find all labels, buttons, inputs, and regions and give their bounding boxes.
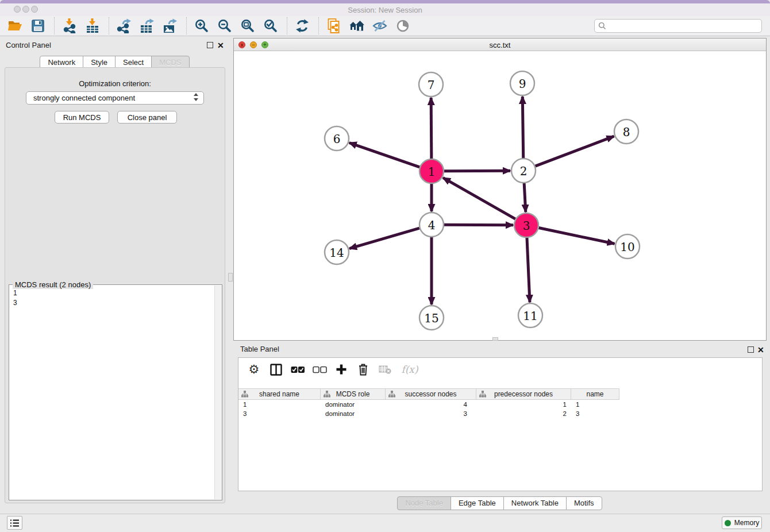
table-panel-tabs: Node TableEdge TableNetwork TableMotifs — [233, 496, 767, 510]
close-panel-button[interactable]: Close panel — [117, 111, 177, 124]
tab-edge-table[interactable]: Edge Table — [451, 496, 504, 510]
mcds-panel: Optimization criterion: strongly connect… — [5, 67, 225, 503]
add-column-icon[interactable] — [334, 362, 349, 377]
zoom-fit-icon[interactable] — [238, 17, 257, 34]
import-table-icon[interactable] — [83, 17, 102, 34]
run-mcds-button[interactable]: Run MCDS — [55, 111, 109, 124]
select-all-columns-icon[interactable] — [290, 362, 305, 377]
search-input[interactable] — [609, 22, 758, 30]
export-image-icon[interactable] — [161, 17, 179, 34]
table-row[interactable]: 1dominator411 — [238, 400, 762, 409]
column-header-shared-name[interactable]: shared name — [238, 389, 321, 400]
delete-table-icon — [378, 362, 392, 377]
control-panel-float-button[interactable] — [207, 42, 213, 48]
table-panel-float-button[interactable] — [748, 346, 754, 353]
graph-node-4[interactable]: 4 — [419, 213, 444, 237]
table-panel-title: Table Panel — [240, 345, 279, 353]
node-label: 14 — [329, 246, 344, 260]
settings-gear-icon[interactable]: ⚙ — [247, 362, 261, 377]
control-panel-title: Control Panel — [6, 41, 51, 49]
column-header-label: shared name — [259, 390, 299, 398]
search-field[interactable] — [594, 19, 762, 33]
graph-node-7[interactable]: 7 — [419, 72, 443, 97]
table-row[interactable]: 3dominator323 — [238, 409, 762, 418]
column-type-icon — [324, 391, 330, 398]
network-graph-canvas[interactable]: 1234678910111415 — [234, 51, 766, 340]
table-cell: 3 — [571, 409, 619, 418]
import-network-icon[interactable] — [60, 17, 79, 34]
graph-node-14[interactable]: 14 — [325, 240, 349, 264]
network-vertical-scroll-grip[interactable] — [228, 273, 233, 282]
column-type-icon — [241, 391, 248, 398]
node-label: 11 — [523, 309, 537, 323]
edge-3-11[interactable] — [527, 238, 530, 302]
edge-1-2[interactable] — [444, 171, 510, 171]
network-window-titlebar[interactable]: x − + scc.txt — [234, 38, 766, 51]
zoom-out-icon[interactable] — [215, 17, 234, 34]
tab-motifs[interactable]: Motifs — [566, 496, 602, 510]
edge-2-9[interactable] — [522, 97, 523, 158]
graph-node-11[interactable]: 11 — [518, 303, 542, 327]
node-label: 9 — [519, 77, 526, 91]
network-document-icon[interactable] — [325, 17, 343, 34]
network-horizontal-scroll-grip[interactable] — [492, 337, 498, 341]
edge-1-7[interactable] — [431, 98, 432, 159]
toolbar-separator — [54, 17, 55, 34]
table-cell: dominator — [321, 400, 386, 409]
deselect-all-columns-icon[interactable] — [312, 362, 327, 377]
edge-2-8[interactable] — [536, 136, 614, 166]
save-icon[interactable] — [29, 17, 47, 34]
graph-node-1[interactable]: 1 — [419, 159, 444, 183]
delete-column-icon[interactable] — [356, 362, 371, 377]
titlebar: Session: New Session — [0, 3, 770, 16]
graph-node-8[interactable]: 8 — [614, 119, 638, 144]
column-type-icon — [388, 391, 395, 398]
graph-node-9[interactable]: 9 — [510, 71, 534, 95]
edge-3-1[interactable] — [443, 178, 515, 219]
column-header-label: MCDS role — [336, 390, 370, 398]
graph-node-2[interactable]: 2 — [511, 159, 536, 183]
column-header-label: successor nodes — [405, 390, 456, 398]
export-network-icon[interactable] — [115, 17, 133, 34]
column-header-name[interactable]: name — [571, 389, 619, 400]
node-label: 4 — [428, 218, 436, 232]
tab-network-table[interactable]: Network Table — [503, 496, 567, 510]
visibility-off-icon[interactable] — [371, 17, 389, 34]
column-header-predecessor-nodes[interactable]: predecessor nodes — [476, 389, 571, 400]
memory-button[interactable]: Memory — [722, 516, 762, 529]
graph-node-15[interactable]: 15 — [419, 306, 444, 330]
edge-4-14[interactable] — [349, 228, 419, 248]
graph-node-6[interactable]: 6 — [325, 126, 349, 151]
refresh-layout-icon[interactable] — [293, 17, 311, 34]
table-panel-close-button[interactable]: ✕ — [757, 346, 764, 353]
column-header-successor-nodes[interactable]: successor nodes — [386, 389, 476, 400]
node-label: 6 — [333, 132, 341, 146]
edge-2-3[interactable] — [524, 183, 526, 212]
table-cell: 3 — [386, 409, 476, 418]
edge-1-6[interactable] — [349, 143, 419, 167]
edge-3-10[interactable] — [539, 228, 615, 244]
open-folder-icon[interactable] — [6, 17, 24, 34]
column-header-MCDS-role[interactable]: MCDS role — [321, 389, 386, 400]
edge-4-3[interactable] — [444, 225, 513, 225]
function-builder-icon: f(x) — [399, 362, 420, 377]
criterion-select[interactable]: strongly connected component — [26, 91, 204, 105]
zoom-selected-icon[interactable] — [261, 17, 280, 34]
task-history-button[interactable] — [7, 516, 22, 530]
mcds-result-scrollbar[interactable] — [214, 286, 222, 499]
graph-node-3[interactable]: 3 — [514, 213, 538, 237]
node-label: 3 — [523, 219, 530, 233]
homes-icon[interactable] — [348, 17, 366, 34]
visibility-icon[interactable] — [394, 17, 412, 34]
main-toolbar — [0, 16, 770, 36]
mcds-result-text[interactable]: 1 3 — [9, 286, 214, 500]
mcds-result-box: MCDS result (2 nodes) 1 3 — [9, 284, 222, 500]
table-cell: 4 — [386, 400, 476, 409]
split-columns-icon[interactable] — [268, 362, 283, 377]
table-toolbar: ⚙ — [238, 358, 762, 381]
export-table-icon[interactable] — [138, 17, 156, 34]
graph-node-10[interactable]: 10 — [615, 234, 640, 259]
control-panel-close-button[interactable]: ✕ — [217, 42, 224, 49]
zoom-in-icon[interactable] — [192, 17, 211, 34]
tab-node-table[interactable]: Node Table — [397, 496, 451, 510]
